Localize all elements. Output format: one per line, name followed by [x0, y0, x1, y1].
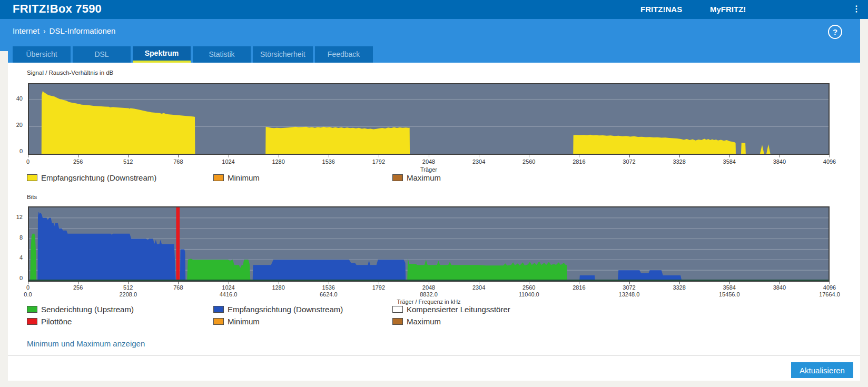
snr-x-axis-label: Träger	[28, 166, 830, 173]
x-tick-mark	[178, 155, 179, 157]
freq-label: 0.0	[24, 291, 32, 297]
x-tick-mark	[229, 155, 229, 157]
legend-item-4: Minimum	[213, 317, 392, 326]
fritznas-link[interactable]: FRITZ!NAS	[640, 5, 682, 14]
bits-x-axis-label: Träger / Frequenz in kHz	[28, 299, 830, 305]
x-tick-label: 1792	[372, 158, 385, 165]
y-tick-label: 0	[19, 148, 23, 154]
series-band	[573, 135, 736, 154]
y-tick-label: 12	[16, 214, 23, 220]
freq-label: 15456.0	[719, 291, 740, 297]
tab-uebersicht[interactable]: Übersicht	[13, 46, 71, 63]
x-tick-label: 1792	[372, 284, 385, 291]
snr-legend: Empfangsrichtung (Downstream)MinimumMaxi…	[27, 173, 827, 182]
bits-x-tick-labels: 0256512768102412801536179220482304256028…	[28, 284, 830, 291]
y-tick-label: 0	[19, 275, 23, 281]
x-tick-mark	[329, 155, 329, 157]
legend-label: Minimum	[228, 173, 260, 182]
tab-statistik[interactable]: Statistik	[193, 46, 251, 63]
refresh-button[interactable]: Aktualisieren	[791, 362, 853, 378]
x-tick-label: 1280	[272, 158, 284, 165]
pilot-line-mark	[176, 207, 180, 281]
x-tick-label: 2304	[472, 158, 485, 165]
x-tick-mark	[780, 155, 780, 157]
x-tick-label: 768	[173, 284, 183, 291]
freq-label: 17664.0	[819, 291, 840, 297]
footer-divider	[8, 355, 860, 356]
x-tick-label: 2816	[573, 284, 585, 291]
snr-x-tick-marks	[28, 155, 830, 157]
freq-label: 4416.0	[220, 291, 238, 297]
bits-frequency-labels: 0.02208.04416.06624.08832.011040.013248.…	[28, 291, 830, 298]
x-tick-label: 512	[123, 158, 133, 165]
legend-label: Empfangsrichtung (Downstream)	[41, 173, 156, 182]
chart-canvas	[29, 84, 828, 154]
legend-item-1: Empfangsrichtung (Downstream)	[213, 305, 392, 314]
legend-label: Empfangsrichtung (Downstream)	[228, 305, 343, 314]
bits-legend: Senderichtung (Upstream)Empfangsrichtung…	[27, 305, 827, 326]
x-tick-label: 1024	[222, 284, 234, 291]
series-band	[37, 212, 175, 281]
legend-label: Minimum	[228, 317, 260, 326]
show-min-max-link[interactable]: Minimum und Maximum anzeigen	[27, 339, 145, 348]
help-icon[interactable]: ?	[828, 25, 842, 39]
series-band	[760, 145, 764, 154]
x-tick-label: 3072	[623, 158, 635, 165]
x-tick-label: 512	[123, 284, 133, 291]
tab-stoersicherheit[interactable]: Störsicherheit	[253, 46, 313, 63]
x-tick-label: 256	[73, 284, 83, 291]
x-tick-label: 4096	[823, 284, 836, 291]
legend-item-3: Pilottöne	[27, 317, 213, 326]
freq-label: 8832.0	[420, 291, 438, 297]
x-tick-label: 1536	[322, 158, 335, 165]
x-tick-label: 3584	[723, 158, 736, 165]
snr-chart-title: Signal / Rausch-Verhältnis in dB	[27, 70, 113, 76]
x-tick-mark	[379, 155, 379, 157]
series-band	[766, 144, 770, 154]
legend-swatch	[27, 174, 37, 181]
series-band	[30, 234, 36, 281]
x-tick-label: 768	[173, 158, 183, 165]
series-band	[42, 91, 195, 154]
y-tick-label: 20	[16, 122, 23, 128]
x-tick-label: 2816	[573, 158, 585, 165]
legend-label: Kompensierter Leitungsstörer	[407, 305, 510, 314]
x-tick-label: 2560	[522, 284, 535, 291]
y-tick-label: 4	[19, 255, 23, 261]
x-tick-label: 2304	[472, 284, 485, 291]
x-tick-label: 256	[73, 158, 83, 165]
y-tick-label: 8	[19, 235, 23, 241]
x-tick-label: 2048	[422, 284, 435, 291]
tab-feedback[interactable]: Feedback	[315, 46, 373, 63]
legend-item-2: Maximum	[392, 173, 827, 182]
x-tick-mark	[78, 155, 78, 157]
breadcrumb-section[interactable]: Internet	[13, 26, 40, 35]
snr-chart-plot	[28, 83, 830, 155]
legend-swatch	[27, 318, 37, 325]
series-band	[180, 249, 185, 281]
series-band	[741, 143, 746, 154]
tab-spektrum[interactable]: Spektrum	[133, 46, 191, 63]
kebab-menu-icon[interactable]: ⋮	[852, 4, 861, 14]
x-tick-label: 3328	[673, 158, 685, 165]
bits-baseline	[29, 280, 828, 281]
legend-label: Maximum	[407, 317, 441, 326]
legend-item-5: Maximum	[392, 317, 827, 326]
freq-label: 13248.0	[619, 291, 640, 297]
chart-canvas	[29, 207, 828, 281]
series-band	[407, 258, 567, 281]
bits-chart-plot	[28, 206, 830, 282]
x-tick-mark	[128, 155, 129, 157]
tab-dsl[interactable]: DSL	[73, 46, 131, 63]
legend-label: Pilottöne	[41, 317, 72, 326]
x-tick-mark	[679, 155, 680, 157]
x-tick-label: 4096	[823, 158, 836, 165]
legend-label: Senderichtung (Upstream)	[41, 305, 134, 314]
legend-swatch	[213, 306, 224, 313]
page-gutter	[0, 51, 8, 63]
myfritz-link[interactable]: MyFRITZ!	[710, 5, 746, 14]
snr-y-axis-labels: 02040	[8, 83, 26, 155]
freq-label: 11040.0	[519, 291, 539, 297]
legend-swatch	[392, 306, 403, 313]
breadcrumb: Internet›DSL-Informationen	[13, 26, 115, 35]
